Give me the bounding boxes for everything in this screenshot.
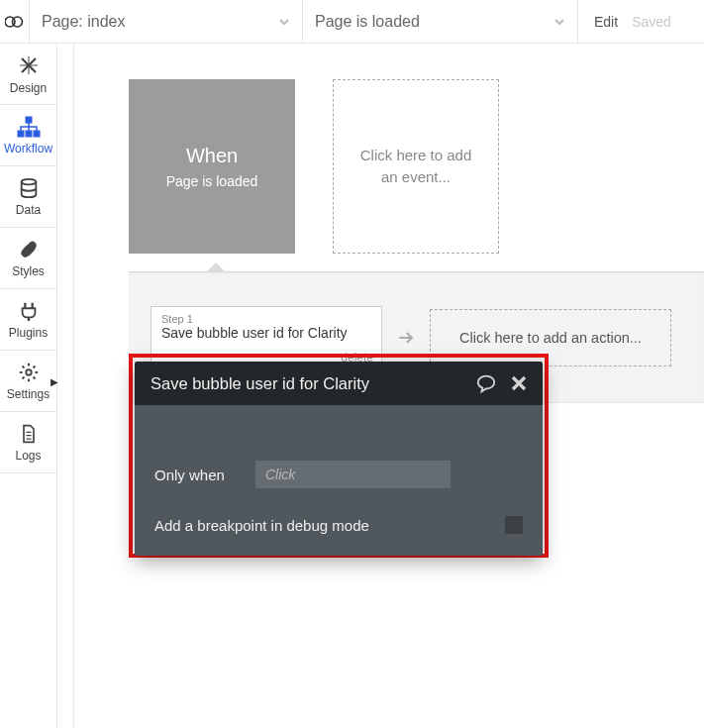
- svg-rect-4: [26, 131, 32, 137]
- svg-rect-5: [34, 131, 40, 137]
- workflow-icon: [17, 116, 41, 138]
- event-dropdown-label: Page is loaded: [315, 13, 420, 31]
- panel-body: Only when Add a breakpoint in debug mode: [135, 405, 543, 556]
- property-editor-panel: Save bubble user id for Clarity Only whe…: [135, 362, 543, 556]
- arrow-right-icon: [396, 328, 416, 348]
- sidebar-item-workflow[interactable]: Workflow: [0, 105, 56, 166]
- only-when-row: Only when: [154, 461, 523, 488]
- sidebar-item-label: Design: [10, 81, 47, 95]
- sidebar-item-label: Workflow: [4, 142, 52, 156]
- design-icon: [17, 53, 41, 77]
- sidebar-item-label: Styles: [12, 264, 45, 278]
- step-title: Save bubble user id for Clarity: [161, 325, 371, 341]
- sidebar-item-logs[interactable]: Logs: [0, 412, 56, 473]
- sidebar-item-label: Logs: [15, 449, 41, 463]
- svg-point-1: [12, 17, 22, 27]
- page-dropdown-label: Page: index: [42, 13, 126, 31]
- comment-icon[interactable]: [475, 372, 497, 394]
- svg-point-6: [21, 178, 36, 184]
- saved-label: Saved: [632, 14, 671, 30]
- panel-title: Save bubble user id for Clarity: [151, 374, 461, 393]
- edit-label[interactable]: Edit: [594, 14, 618, 30]
- add-action-label: Click here to add an action...: [459, 330, 642, 346]
- database-icon: [18, 177, 40, 199]
- breakpoint-label: Add a breakpoint in debug mode: [154, 517, 369, 534]
- sidebar-item-label: Data: [16, 203, 41, 217]
- sidebar-item-plugins[interactable]: Plugins: [0, 289, 56, 351]
- guideline: [73, 44, 74, 728]
- svg-rect-3: [18, 131, 24, 137]
- top-bar: Page: index Page is loaded Edit Saved: [0, 0, 704, 44]
- only-when-label: Only when: [154, 467, 238, 483]
- chevron-down-icon: [553, 16, 565, 28]
- page-dropdown[interactable]: Page: index: [30, 0, 303, 43]
- panel-header[interactable]: Save bubble user id for Clarity: [135, 362, 543, 405]
- event-when-label: When: [186, 145, 238, 167]
- paint-brush-icon: [18, 239, 40, 260]
- sidebar-item-label: Plugins: [9, 326, 48, 340]
- add-event-label: Click here to add an event...: [352, 145, 480, 189]
- breakpoint-checkbox[interactable]: [505, 516, 523, 534]
- sidebar-item-label: Settings: [7, 387, 50, 401]
- chevron-down-icon: [278, 16, 290, 28]
- events-row: When Page is loaded Click here to add an…: [129, 79, 704, 254]
- sidebar: Design Workflow Data Styles: [0, 44, 57, 728]
- breakpoint-row: Add a breakpoint in debug mode: [154, 516, 523, 534]
- bubble-logo-icon: [5, 12, 25, 32]
- close-icon[interactable]: [511, 375, 527, 391]
- event-description: Page is loaded: [166, 173, 258, 189]
- svg-point-7: [26, 369, 32, 375]
- edit-status: Edit Saved: [578, 0, 687, 43]
- sidebar-item-settings[interactable]: Settings ▶: [0, 351, 56, 412]
- svg-rect-2: [26, 117, 32, 123]
- document-icon: [19, 423, 39, 445]
- event-card-page-loaded[interactable]: When Page is loaded: [129, 79, 295, 254]
- plug-icon: [18, 300, 40, 322]
- logo: [0, 0, 30, 43]
- step-number-label: Step 1: [161, 313, 371, 325]
- event-dropdown[interactable]: Page is loaded: [303, 0, 578, 43]
- add-event-box[interactable]: Click here to add an event...: [333, 79, 499, 254]
- only-when-input[interactable]: [255, 461, 451, 488]
- sidebar-item-data[interactable]: Data: [0, 166, 56, 228]
- gear-icon: [18, 362, 40, 383]
- sidebar-item-styles[interactable]: Styles: [0, 228, 56, 289]
- sidebar-item-design[interactable]: Design: [0, 44, 56, 105]
